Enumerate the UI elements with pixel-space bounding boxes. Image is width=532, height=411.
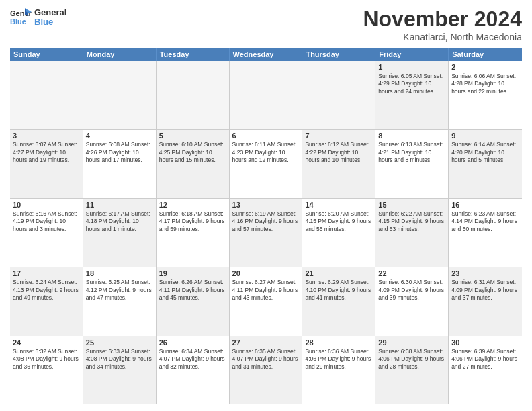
calendar-row: 3Sunrise: 6:07 AM Sunset: 4:27 PM Daylig… bbox=[10, 130, 522, 198]
day-number: 26 bbox=[159, 338, 226, 347]
day-number: 3 bbox=[13, 132, 80, 140]
calendar-cell: 1Sunrise: 6:05 AM Sunset: 4:29 PM Daylig… bbox=[375, 61, 449, 129]
calendar: SundayMondayTuesdayWednesdayThursdayFrid… bbox=[10, 48, 522, 404]
day-number: 14 bbox=[305, 201, 372, 209]
day-info: Sunrise: 6:13 AM Sunset: 4:21 PM Dayligh… bbox=[378, 141, 445, 164]
logo-icon: General Blue bbox=[10, 7, 32, 28]
calendar-cell: 2Sunrise: 6:06 AM Sunset: 4:28 PM Daylig… bbox=[449, 61, 522, 129]
weekday-header: Saturday bbox=[449, 48, 522, 61]
calendar-cell: 12Sunrise: 6:18 AM Sunset: 4:17 PM Dayli… bbox=[157, 199, 230, 267]
day-number: 18 bbox=[86, 269, 153, 277]
title-area: November 2024 Kanatlarci, North Macedoni… bbox=[363, 7, 522, 42]
calendar-cell: 25Sunrise: 6:33 AM Sunset: 4:08 PM Dayli… bbox=[83, 336, 157, 404]
day-info: Sunrise: 6:22 AM Sunset: 4:15 PM Dayligh… bbox=[378, 210, 445, 233]
weekday-header: Sunday bbox=[10, 48, 83, 61]
header: General Blue General Blue November 2024 … bbox=[10, 7, 522, 42]
day-info: Sunrise: 6:14 AM Sunset: 4:20 PM Dayligh… bbox=[451, 141, 519, 164]
day-number: 19 bbox=[159, 269, 226, 277]
day-number: 11 bbox=[86, 201, 153, 209]
calendar-row: 1Sunrise: 6:05 AM Sunset: 4:29 PM Daylig… bbox=[10, 61, 522, 130]
day-number: 17 bbox=[13, 269, 80, 277]
day-number: 23 bbox=[451, 269, 519, 277]
day-info: Sunrise: 6:17 AM Sunset: 4:18 PM Dayligh… bbox=[86, 210, 153, 233]
day-number: 30 bbox=[451, 338, 519, 347]
calendar-cell: 22Sunrise: 6:30 AM Sunset: 4:09 PM Dayli… bbox=[375, 267, 449, 335]
logo: General Blue General Blue bbox=[10, 7, 66, 28]
day-info: Sunrise: 6:20 AM Sunset: 4:15 PM Dayligh… bbox=[305, 210, 372, 233]
day-info: Sunrise: 6:35 AM Sunset: 4:07 PM Dayligh… bbox=[232, 348, 300, 371]
calendar-cell: 14Sunrise: 6:20 AM Sunset: 4:15 PM Dayli… bbox=[302, 199, 375, 267]
calendar-cell: 7Sunrise: 6:12 AM Sunset: 4:22 PM Daylig… bbox=[302, 130, 375, 197]
day-info: Sunrise: 6:23 AM Sunset: 4:14 PM Dayligh… bbox=[451, 210, 519, 233]
calendar-cell: 18Sunrise: 6:25 AM Sunset: 4:12 PM Dayli… bbox=[83, 267, 157, 335]
day-number: 16 bbox=[451, 201, 519, 209]
day-number: 5 bbox=[159, 132, 226, 140]
calendar-cell: 26Sunrise: 6:34 AM Sunset: 4:07 PM Dayli… bbox=[157, 336, 230, 404]
month-title: November 2024 bbox=[363, 7, 522, 32]
weekday-header: Wednesday bbox=[230, 48, 303, 61]
location: Kanatlarci, North Macedonia bbox=[363, 32, 522, 42]
day-info: Sunrise: 6:19 AM Sunset: 4:16 PM Dayligh… bbox=[232, 210, 300, 233]
calendar-cell: 17Sunrise: 6:24 AM Sunset: 4:13 PM Dayli… bbox=[10, 267, 83, 335]
day-info: Sunrise: 6:36 AM Sunset: 4:06 PM Dayligh… bbox=[305, 348, 372, 371]
day-number: 21 bbox=[305, 269, 372, 277]
calendar-cell: 30Sunrise: 6:39 AM Sunset: 4:06 PM Dayli… bbox=[449, 336, 522, 404]
day-info: Sunrise: 6:12 AM Sunset: 4:22 PM Dayligh… bbox=[305, 141, 372, 164]
day-info: Sunrise: 6:16 AM Sunset: 4:19 PM Dayligh… bbox=[13, 210, 80, 233]
day-number: 13 bbox=[232, 201, 300, 209]
day-number: 22 bbox=[378, 269, 445, 277]
day-number: 8 bbox=[378, 132, 445, 140]
day-info: Sunrise: 6:07 AM Sunset: 4:27 PM Dayligh… bbox=[13, 141, 80, 164]
calendar-cell: 9Sunrise: 6:14 AM Sunset: 4:20 PM Daylig… bbox=[449, 130, 522, 197]
calendar-cell: 24Sunrise: 6:32 AM Sunset: 4:08 PM Dayli… bbox=[10, 336, 83, 404]
day-info: Sunrise: 6:05 AM Sunset: 4:29 PM Dayligh… bbox=[378, 73, 445, 95]
day-info: Sunrise: 6:10 AM Sunset: 4:25 PM Dayligh… bbox=[159, 141, 226, 164]
calendar-cell bbox=[230, 61, 303, 129]
calendar-cell: 10Sunrise: 6:16 AM Sunset: 4:19 PM Dayli… bbox=[10, 199, 83, 267]
calendar-cell bbox=[83, 61, 157, 129]
page: General Blue General Blue November 2024 … bbox=[0, 0, 532, 411]
calendar-cell: 21Sunrise: 6:29 AM Sunset: 4:10 PM Dayli… bbox=[302, 267, 375, 335]
day-number: 6 bbox=[232, 132, 300, 140]
calendar-cell: 16Sunrise: 6:23 AM Sunset: 4:14 PM Dayli… bbox=[449, 199, 522, 267]
day-number: 27 bbox=[232, 338, 300, 347]
calendar-cell: 28Sunrise: 6:36 AM Sunset: 4:06 PM Dayli… bbox=[302, 336, 375, 404]
calendar-header: SundayMondayTuesdayWednesdayThursdayFrid… bbox=[10, 48, 522, 61]
day-info: Sunrise: 6:25 AM Sunset: 4:12 PM Dayligh… bbox=[86, 279, 153, 302]
weekday-header: Thursday bbox=[302, 48, 375, 61]
day-info: Sunrise: 6:31 AM Sunset: 4:09 PM Dayligh… bbox=[451, 279, 519, 302]
calendar-cell bbox=[10, 61, 83, 129]
day-number: 10 bbox=[13, 201, 80, 209]
day-number: 12 bbox=[159, 201, 226, 209]
day-info: Sunrise: 6:08 AM Sunset: 4:26 PM Dayligh… bbox=[86, 141, 153, 164]
logo-line2: Blue bbox=[34, 17, 66, 27]
calendar-cell: 5Sunrise: 6:10 AM Sunset: 4:25 PM Daylig… bbox=[157, 130, 230, 197]
calendar-row: 10Sunrise: 6:16 AM Sunset: 4:19 PM Dayli… bbox=[10, 199, 522, 267]
weekday-header: Tuesday bbox=[157, 48, 230, 61]
calendar-cell: 15Sunrise: 6:22 AM Sunset: 4:15 PM Dayli… bbox=[375, 199, 449, 267]
weekday-header: Friday bbox=[375, 48, 449, 61]
day-info: Sunrise: 6:30 AM Sunset: 4:09 PM Dayligh… bbox=[378, 279, 445, 302]
day-number: 2 bbox=[451, 63, 519, 71]
day-info: Sunrise: 6:24 AM Sunset: 4:13 PM Dayligh… bbox=[13, 279, 80, 302]
day-number: 4 bbox=[86, 132, 153, 140]
calendar-cell bbox=[302, 61, 375, 129]
svg-text:Blue: Blue bbox=[10, 17, 26, 26]
day-number: 15 bbox=[378, 201, 445, 209]
logo-line1: General bbox=[34, 8, 66, 17]
day-number: 29 bbox=[378, 338, 445, 347]
day-info: Sunrise: 6:33 AM Sunset: 4:08 PM Dayligh… bbox=[86, 348, 153, 371]
calendar-cell bbox=[157, 61, 230, 129]
day-info: Sunrise: 6:11 AM Sunset: 4:23 PM Dayligh… bbox=[232, 141, 300, 164]
calendar-row: 24Sunrise: 6:32 AM Sunset: 4:08 PM Dayli… bbox=[10, 336, 522, 404]
day-number: 28 bbox=[305, 338, 372, 347]
day-number: 25 bbox=[86, 338, 153, 347]
calendar-cell: 4Sunrise: 6:08 AM Sunset: 4:26 PM Daylig… bbox=[83, 130, 157, 197]
day-info: Sunrise: 6:34 AM Sunset: 4:07 PM Dayligh… bbox=[159, 348, 226, 371]
day-info: Sunrise: 6:26 AM Sunset: 4:11 PM Dayligh… bbox=[159, 279, 226, 302]
day-number: 9 bbox=[451, 132, 519, 140]
calendar-cell: 8Sunrise: 6:13 AM Sunset: 4:21 PM Daylig… bbox=[375, 130, 449, 197]
calendar-body: 1Sunrise: 6:05 AM Sunset: 4:29 PM Daylig… bbox=[10, 61, 522, 404]
day-info: Sunrise: 6:18 AM Sunset: 4:17 PM Dayligh… bbox=[159, 210, 226, 233]
day-number: 1 bbox=[378, 63, 445, 71]
